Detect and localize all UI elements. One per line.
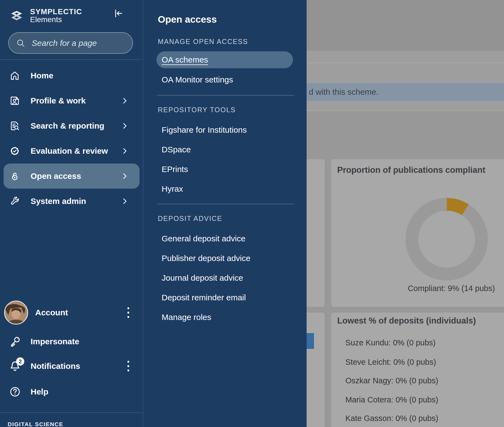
sidebar-item-open-access[interactable]: Open access: [4, 164, 140, 189]
submenu-item-label: OA Monitor settings: [162, 75, 233, 84]
sidebar-item-label: Evaluation & review: [31, 146, 108, 156]
submenu-title: Open access: [158, 13, 307, 26]
account-label: Account: [35, 308, 68, 317]
account-item[interactable]: Account: [0, 300, 143, 325]
brand: SYMPLECTIC Elements: [8, 7, 138, 25]
occluded-card: [307, 159, 325, 307]
sidebar-item-label: Home: [31, 71, 53, 80]
sidebar-divider: [0, 59, 143, 60]
main-nav: Home Profile & work Search & reporting: [0, 63, 143, 214]
deposit-person-row: Suze Kundu: 0% (0 pubs): [345, 338, 435, 348]
brand-name: SYMPLECTIC: [30, 8, 82, 16]
submenu-item-manage-roles[interactable]: Manage roles: [156, 309, 293, 325]
sidebar-item-label: System admin: [31, 197, 86, 206]
sidebar-item-label: Profile & work: [31, 96, 86, 105]
chevron-right-icon: [121, 97, 129, 105]
donut-legend: Compliant: 9% (14 pubs): [369, 284, 504, 293]
submenu-item-label: EPrints: [162, 165, 188, 174]
submenu-item-label: Figshare for Institutions: [162, 125, 247, 135]
collapse-sidebar-icon[interactable]: [113, 8, 123, 19]
chevron-right-icon: [121, 147, 129, 155]
submenu-item-label: General deposit advice: [162, 234, 245, 243]
submenu-item-label: Deposit reminder email: [162, 293, 246, 302]
horizontal-divider: [307, 63, 504, 63]
submenu-item-publisher-deposit-advice[interactable]: Publisher deposit advice: [156, 250, 293, 266]
submenu-item-hyrax[interactable]: Hyrax: [156, 181, 293, 197]
submenu-item-dspace[interactable]: DSpace: [156, 141, 293, 158]
horizontal-divider: [307, 110, 504, 111]
submenu-item-deposit-reminder-email[interactable]: Deposit reminder email: [156, 289, 293, 306]
occluded-card: [307, 313, 325, 427]
profile-icon: [10, 96, 20, 106]
help-icon: [9, 386, 21, 398]
submenu-item-figshare[interactable]: Figshare for Institutions: [156, 122, 293, 138]
sidebar-item-profile-work[interactable]: Profile & work: [4, 88, 140, 113]
key-icon: [9, 336, 21, 348]
deposit-person-row: Oszkar Nagy: 0% (0 pubs): [345, 376, 438, 386]
deposit-person-row: Maria Cotera: 0% (0 pubs): [345, 395, 438, 405]
submenu-divider: [157, 95, 294, 96]
occluded-button-fragment: [307, 333, 314, 349]
ellipsis-vertical-icon[interactable]: [125, 306, 132, 320]
compliance-donut-chart: [404, 197, 489, 281]
notifications-label: Notifications: [31, 361, 80, 371]
sidebar-item-evaluation-review[interactable]: Evaluation & review: [4, 138, 140, 164]
sidebar-item-label: Search & reporting: [31, 121, 104, 131]
notifications-item[interactable]: 2 Notifications: [0, 357, 143, 376]
deposit-person-row: Steve Leicht: 0% (0 pubs): [345, 358, 436, 367]
impersonate-item[interactable]: Impersonate: [0, 332, 143, 351]
dimmed-page-content: d with this scheme. Proportion of public…: [307, 0, 504, 427]
sidebar: SYMPLECTIC Elements Home: [0, 0, 143, 427]
page-header-band: [307, 0, 504, 51]
submenu-divider: [157, 204, 294, 204]
chevron-right-icon: [121, 122, 129, 130]
search-report-icon: [10, 121, 20, 131]
sidebar-item-label: Open access: [31, 171, 81, 181]
footer-divider: [0, 412, 143, 413]
open-access-submenu: Open access MANAGE OPEN ACCESS OA scheme…: [143, 0, 307, 427]
submenu-item-label: DSpace: [162, 145, 191, 154]
submenu-item-oa-schemes[interactable]: OA schemes: [156, 51, 293, 68]
submenu-item-journal-deposit-advice[interactable]: Journal deposit advice: [156, 270, 293, 286]
submenu-item-label: Hyrax: [162, 184, 183, 194]
home-icon: [10, 70, 20, 81]
symplectic-logo-icon: [8, 7, 26, 24]
submenu-item-label: OA schemes: [162, 55, 208, 64]
evaluation-icon: [10, 146, 20, 156]
page-search[interactable]: [8, 32, 133, 54]
submenu-item-oa-monitor-settings[interactable]: OA Monitor settings: [156, 72, 293, 88]
sidebar-footer: Account Impersonate 2 Notifications: [0, 300, 143, 427]
help-item[interactable]: Help: [0, 382, 143, 401]
digital-science-brand: DIGITAL SCIENCE: [8, 421, 143, 427]
sidebar-item-search-reporting[interactable]: Search & reporting: [4, 113, 140, 138]
chevron-right-icon: [121, 172, 129, 180]
wrench-icon: [10, 196, 20, 206]
submenu-item-eprints[interactable]: EPrints: [156, 161, 293, 177]
brand-product: Elements: [30, 16, 82, 23]
help-label: Help: [31, 387, 48, 396]
search-input[interactable]: [31, 38, 122, 48]
submenu-item-general-deposit-advice[interactable]: General deposit advice: [156, 230, 293, 247]
section-heading-manage-open-access: MANAGE OPEN ACCESS: [158, 37, 307, 46]
scheme-info-banner: d with this scheme.: [307, 83, 504, 101]
chevron-right-icon: [121, 197, 129, 205]
sidebar-item-home[interactable]: Home: [4, 63, 140, 88]
lowest-deposits-title: Lowest % of deposits (individuals): [337, 316, 476, 326]
open-access-icon: [10, 171, 20, 181]
submenu-item-label: Journal deposit advice: [162, 273, 243, 283]
toolbar-band: [307, 51, 504, 83]
scheme-banner-text: d with this scheme.: [309, 87, 378, 97]
search-icon: [16, 38, 26, 48]
submenu-item-label: Manage roles: [162, 313, 211, 322]
compliance-card: Proportion of publications compliant Com…: [331, 159, 504, 307]
impersonate-label: Impersonate: [31, 337, 79, 346]
avatar: [4, 301, 28, 325]
section-heading-repository-tools: REPOSITORY TOOLS: [158, 105, 307, 114]
submenu-item-label: Publisher deposit advice: [162, 254, 250, 263]
brand-text: SYMPLECTIC Elements: [30, 8, 82, 24]
lowest-deposits-card: Lowest % of deposits (individuals) Suze …: [331, 313, 504, 427]
toolbar-band: [307, 101, 504, 110]
sidebar-item-system-admin[interactable]: System admin: [4, 189, 140, 214]
compliance-card-title: Proportion of publications compliant: [337, 165, 485, 175]
ellipsis-vertical-icon[interactable]: [125, 359, 132, 373]
